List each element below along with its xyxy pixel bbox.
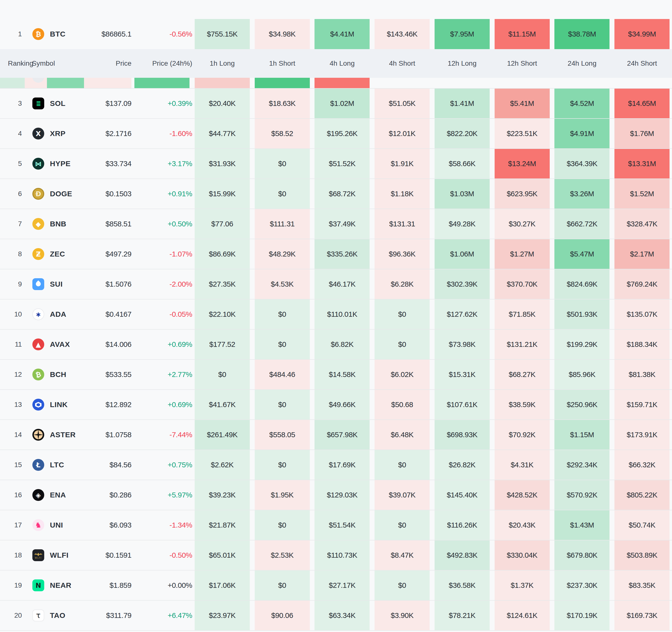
liq-cell-12h-short: $5.41M [492, 89, 552, 118]
btc-icon: ₿ [32, 28, 44, 40]
col-header-1h-long[interactable]: 1h Long [192, 59, 252, 68]
table-row[interactable]: 9 SUI $1.5076 -2.00% $27.35K$4.53K$46.17… [0, 269, 672, 300]
col-header-ranking[interactable]: Ranking [8, 59, 33, 68]
table-body: 3 ≣ SOL $137.09 +0.39% $20.40K$18.63K$1.… [0, 89, 672, 631]
liq-cell-12h-short: $13.24M [492, 149, 552, 178]
top-row-slot: 1 ₿ BTC $86865.1 -0.56% $755.15K$34.98K$… [0, 19, 672, 49]
symbol-label: NEAR [47, 581, 84, 589]
symbol-label: DOGE [47, 189, 84, 198]
liq-cell-24h-short: $173.91K [612, 420, 672, 450]
price-cell: $0.4167 [84, 310, 131, 319]
liq-cell-1h-long: $0 [192, 360, 252, 389]
symbol-label: SOL [47, 99, 84, 108]
table-row[interactable]: 14 ASTER $1.0758 -7.44% $261.49K$558.05$… [0, 420, 672, 450]
table-row[interactable]: 8 Ƶ ZEC $497.29 -1.07% $86.69K$48.29K$33… [0, 239, 672, 269]
col-header-12h-short[interactable]: 12h Short [492, 59, 552, 68]
table-row[interactable]: 11 ▲ AVAX $14.006 +0.69% $177.52$0$6.82K… [0, 330, 672, 360]
liq-cell-24h-long: $570.92K [552, 480, 612, 510]
rank-cell: 15 [0, 461, 25, 469]
col-header-4h-short[interactable]: 4h Short [372, 59, 432, 68]
liq-cell-1h-long: $261.49K [192, 420, 252, 450]
liq-cell-1h-short: $90.06 [252, 601, 312, 630]
price-cell: $84.56 [84, 461, 131, 469]
symbol-label: AVAX [47, 340, 84, 349]
liq-cell-4h-long: $1.02M [312, 89, 372, 118]
col-header-1h-short[interactable]: 1h Short [252, 59, 312, 68]
liq-cell-4h-short: $0 [372, 510, 432, 540]
liq-cell-24h-long: $662.72K [552, 209, 612, 239]
change-24h-cell: +5.97% [131, 491, 192, 499]
symbol-label: ASTER [47, 431, 84, 439]
symbol-label: UNI [47, 521, 84, 529]
table-row[interactable]: 1 ₿ BTC $86865.1 -0.56% $755.15K$34.98K$… [0, 19, 672, 49]
price-cell: $1.5076 [84, 280, 131, 288]
aster-icon [32, 429, 44, 441]
rank-cell: 19 [0, 581, 25, 589]
table-row[interactable]: 15 Ł LTC $84.56 +0.75% $2.62K$0$17.69K$0… [0, 450, 672, 480]
ltc-icon: Ł [32, 459, 44, 471]
rank-cell: 17 [0, 521, 25, 529]
price-cell: $14.006 [84, 340, 131, 349]
uni-icon: ♞ [32, 519, 44, 531]
liq-cell-24h-short: $66.32K [612, 450, 672, 480]
liq-cell-12h-long: $107.61K [432, 390, 492, 420]
col-header-price-24h[interactable]: Price (24h%) [152, 59, 192, 68]
symbol-label: LTC [47, 461, 84, 469]
liq-cell-1h-long: $755.15K [192, 19, 252, 49]
liq-cell-12h-long: $1.06M [432, 239, 492, 269]
table-row[interactable]: 12 ₿ BCH $533.55 +2.77% $0$484.46$14.58K… [0, 360, 672, 390]
liq-cell-4h-short: $0 [372, 450, 432, 480]
liq-cell-24h-short: $81.38K [612, 360, 672, 389]
col-header-symbol[interactable]: Symbol [32, 59, 55, 68]
col-header-24h-long[interactable]: 24h Long [552, 59, 612, 68]
col-header-12h-long[interactable]: 12h Long [432, 59, 492, 68]
liq-cell-24h-long: $3.26M [552, 179, 612, 209]
symbol-label: BCH [47, 370, 84, 379]
liq-cell-12h-long: $127.62K [432, 300, 492, 329]
liq-cell-12h-long: $302.39K [432, 269, 492, 299]
liq-cell-4h-short: $6.28K [372, 269, 432, 299]
liq-cell-4h-short: $12.01K [372, 119, 432, 148]
table-row[interactable]: 4 X XRP $2.1716 -1.60% $44.77K$58.52$195… [0, 119, 672, 149]
liq-cell-1h-short: $0 [252, 149, 312, 178]
liq-cell-1h-long: $20.40K [192, 89, 252, 118]
rank-cell: 1 [0, 30, 25, 38]
rank-cell: 20 [0, 611, 25, 620]
liq-cell-24h-long: $1.43M [552, 510, 612, 540]
liq-cell-12h-short: $370.70K [492, 269, 552, 299]
liq-cell-4h-long: $129.03K [312, 480, 372, 510]
liq-cell-12h-short: $428.52K [492, 480, 552, 510]
liq-cell-24h-short: $503.89K [612, 540, 672, 570]
table-row[interactable]: 7 ◆ BNB $858.51 +0.50% $77.06$111.31$37.… [0, 209, 672, 239]
table-row[interactable]: 10 ∗ ADA $0.4167 -0.05% $22.10K$0$110.01… [0, 300, 672, 330]
symbol-label: LINK [47, 400, 84, 409]
col-header-24h-short[interactable]: 24h Short [612, 59, 672, 68]
col-header-4h-long[interactable]: 4h Long [312, 59, 372, 68]
liq-cell-1h-short: $111.31 [252, 209, 312, 239]
liq-cell-24h-long: $85.96K [552, 360, 612, 389]
liq-cell-1h-short: $0 [252, 390, 312, 420]
liq-cell-12h-short: $70.92K [492, 420, 552, 450]
price-cell: $1.859 [84, 581, 131, 589]
table-row[interactable]: 20 τ TAO $311.79 +6.47% $23.97K$90.06$63… [0, 601, 672, 631]
liq-cell-4h-long: $63.34K [312, 601, 372, 630]
table-row[interactable]: 19 N NEAR $1.859 +0.00% $17.06K$0$27.17K… [0, 571, 672, 601]
table-row[interactable]: 13 LINK $12.892 +0.69% $41.67K$0$49.66K$… [0, 390, 672, 420]
liq-cell-1h-short: $0 [252, 510, 312, 540]
table-row-partial[interactable] [0, 78, 672, 89]
col-header-price[interactable]: Price [116, 59, 131, 68]
liq-cell-12h-long: $492.83K [432, 540, 492, 570]
liq-cell-4h-long: $6.82K [312, 330, 372, 359]
price-cell: $137.09 [84, 99, 131, 108]
table-row[interactable]: 3 ≣ SOL $137.09 +0.39% $20.40K$18.63K$1.… [0, 89, 672, 119]
symbol-label: TAO [47, 611, 84, 620]
symbol-label: ENA [47, 491, 84, 499]
table-row[interactable]: 17 ♞ UNI $6.093 -1.34% $21.87K$0$51.54K$… [0, 510, 672, 540]
liq-cell-24h-short: $135.07K [612, 300, 672, 329]
rank-cell: 3 [0, 100, 25, 107]
table-row[interactable]: 18 WLFI $0.1591 -0.50% $65.01K$2.53K$110… [0, 540, 672, 571]
table-row[interactable]: 16 ◈ ENA $0.286 +5.97% $39.23K$1.95K$129… [0, 480, 672, 510]
doge-icon: Ð [32, 188, 44, 200]
table-row[interactable]: 6 Ð DOGE $0.1503 +0.91% $15.99K$0$68.72K… [0, 179, 672, 209]
table-row[interactable]: 5 ⋈ HYPE $33.734 +3.17% $31.93K$0$51.52K… [0, 149, 672, 179]
